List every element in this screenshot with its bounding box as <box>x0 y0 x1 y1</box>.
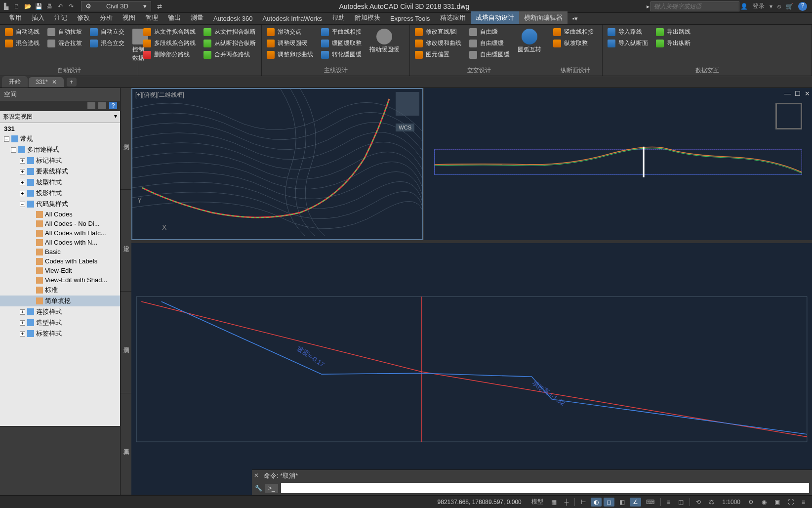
fit-profile-profile-button[interactable]: 从纵断拟合纵断 <box>202 38 258 48</box>
signin-icon[interactable]: 👤 <box>740 3 748 10</box>
ribbon-tab-0[interactable]: 常用 <box>4 11 27 24</box>
import-profile-button[interactable]: 导入纵断面 <box>606 38 650 48</box>
tree-node[interactable]: +要素线样式 <box>0 166 120 177</box>
new-icon[interactable]: 🗋 <box>13 2 21 10</box>
export-profile-button[interactable]: 导出纵断 <box>654 38 692 48</box>
tree-node[interactable]: 简单填挖 <box>0 296 120 306</box>
fit-route-file-button[interactable]: 从文件拟合路线 <box>141 27 198 37</box>
ribbon-tab-4[interactable]: 分析 <box>95 11 118 24</box>
tree-node[interactable]: −多用途样式 <box>0 144 120 155</box>
lineweight-icon[interactable]: ≡ <box>664 498 673 507</box>
isolate-icon[interactable]: ◉ <box>759 498 770 507</box>
tree-node[interactable]: +造型样式 <box>0 317 120 328</box>
3dosnap-icon[interactable]: ◧ <box>616 498 628 507</box>
open-icon[interactable]: 📂 <box>24 2 32 10</box>
edit-spiral-button[interactable]: 修改缓和曲线 <box>413 38 463 48</box>
expand-icon[interactable]: + <box>20 309 25 315</box>
annotation-scale-icon[interactable]: ⚖ <box>706 498 717 507</box>
close-icon[interactable]: ✕ <box>254 472 259 479</box>
minimize-icon[interactable]: — <box>784 90 791 97</box>
plan-viewport[interactable]: [+][俯视][二维线框] WCS <box>131 88 423 240</box>
tree-node[interactable]: All Codes with N... <box>0 238 120 247</box>
osnap-icon[interactable]: ◻ <box>604 498 614 507</box>
transparency-icon[interactable]: ◫ <box>675 498 687 507</box>
tree-node[interactable]: Basic <box>0 247 120 256</box>
gear-icon[interactable]: ⚙ <box>745 498 757 507</box>
help-icon[interactable]: ? <box>798 2 807 11</box>
polar-icon[interactable]: ◐ <box>591 498 602 507</box>
otrack-icon[interactable]: ∠ <box>630 498 641 507</box>
tree-node[interactable]: +标签样式 <box>0 328 120 339</box>
undo-icon[interactable]: ↶ <box>56 2 64 10</box>
ribbon-tab-14[interactable]: 精选应用 <box>435 11 471 24</box>
help-icon[interactable]: ? <box>109 102 117 109</box>
ribbon-tab-9[interactable]: Autodesk 360 <box>208 13 258 24</box>
import-route-button[interactable]: 导入路线 <box>606 27 650 37</box>
profile-overview-viewport[interactable] <box>424 88 812 240</box>
new-tab-button[interactable]: + <box>67 78 77 86</box>
side-tab[interactable]: 测量 <box>121 292 131 393</box>
tree-node[interactable]: +坡型样式 <box>0 177 120 188</box>
convert-scs-button[interactable]: 转化缓圆缓 <box>319 49 364 60</box>
free-scs-button[interactable]: 自由缓圆缓 <box>467 49 512 60</box>
ribbon-tab-13[interactable]: Express Tools <box>385 13 435 24</box>
mix-interchange-button[interactable]: 混合立交 <box>88 38 126 48</box>
ribbon-tab-3[interactable]: 修改 <box>72 11 95 24</box>
side-tab[interactable]: 浏览 <box>121 88 131 190</box>
save-icon[interactable]: 💾 <box>35 2 42 10</box>
exchange-icon[interactable]: ⎋ <box>777 3 781 10</box>
adjust-egg-button[interactable]: 调整卵形曲线 <box>265 49 315 60</box>
fit-route-polyline-button[interactable]: 多段线拟合路线 <box>141 38 198 48</box>
expand-icon[interactable]: + <box>20 331 25 337</box>
export-route-button[interactable]: 导出路线 <box>654 27 692 37</box>
file-tab[interactable]: 331*✕ <box>29 77 64 87</box>
ribbon-tab-1[interactable]: 插入 <box>27 11 49 24</box>
tree-root[interactable]: 331 <box>0 124 120 133</box>
viewcube[interactable] <box>775 103 802 129</box>
viewcube[interactable] <box>396 92 419 116</box>
workspace-selector[interactable]: ⚙ Civil 3D ▾ <box>81 1 151 11</box>
close-icon[interactable]: ✕ <box>805 90 810 97</box>
ribbon-tab-2[interactable]: 注记 <box>49 11 72 24</box>
expand-icon[interactable]: + <box>20 169 25 174</box>
expand-icon[interactable]: − <box>11 147 16 153</box>
tool-icon[interactable] <box>98 102 106 109</box>
merge-routes-button[interactable]: 合并两条路线 <box>202 49 258 60</box>
auto-slope-button[interactable]: 自动拉坡 <box>45 27 84 37</box>
side-tab[interactable]: 工具箱 <box>121 393 131 495</box>
hcurve-connect-button[interactable]: 平曲线相接 <box>319 27 364 37</box>
tree-node[interactable]: All Codes - No Di... <box>0 219 120 228</box>
tree-node[interactable]: +标记样式 <box>0 155 120 166</box>
expand-icon[interactable]: − <box>4 136 9 142</box>
tree-node[interactable]: View-Edit <box>0 266 120 275</box>
tree-node[interactable]: 标准 <box>0 285 120 296</box>
ribbon-tab-10[interactable]: Autodesk InfraWorks <box>258 13 327 24</box>
ortho-icon[interactable]: ⊢ <box>578 498 589 507</box>
tree-node[interactable]: −代码集样式 <box>0 199 120 210</box>
tree-node[interactable]: All Codes <box>0 210 120 219</box>
cart-icon[interactable]: 🛒 <box>786 3 793 10</box>
offset-entity-button[interactable]: 图元偏置 <box>413 49 463 60</box>
redo-icon[interactable]: ↷ <box>67 2 75 10</box>
free-spiral-button[interactable]: 自由缓 <box>467 27 512 37</box>
viewport-label[interactable]: [+][俯视][二维线框] <box>135 91 184 99</box>
vcurve-connect-button[interactable]: 竖曲线相接 <box>551 27 596 37</box>
expand-icon[interactable]: + <box>20 180 25 185</box>
grade-round-button[interactable]: 纵坡取整 <box>551 38 596 48</box>
expand-icon[interactable]: + <box>20 320 25 326</box>
cycling-icon[interactable]: ⟲ <box>693 498 704 507</box>
scs-round-button[interactable]: 缓圆缓取整 <box>319 38 364 48</box>
side-tab[interactable]: 设定 <box>121 190 131 292</box>
model-space-button[interactable]: 模型 <box>528 497 546 507</box>
auto-interchange-button[interactable]: 自动立交 <box>88 27 126 37</box>
auto-select-line-button[interactable]: 自动选线 <box>3 27 41 37</box>
file-tab[interactable]: 开始 <box>2 76 28 87</box>
grid-icon[interactable]: ▦ <box>548 498 560 507</box>
ribbon-tab-11[interactable]: 帮助 <box>327 11 350 24</box>
tree-node[interactable]: +连接样式 <box>0 306 120 317</box>
slide-pi-button[interactable]: 滑动交点 <box>265 27 315 37</box>
scale-selector[interactable]: 1:1000 <box>719 498 743 507</box>
mix-slope-button[interactable]: 混合拉坡 <box>45 38 84 48</box>
ribbon-tab-15[interactable]: 成塔自动设计 <box>471 11 519 24</box>
help-search-input[interactable] <box>650 1 739 11</box>
